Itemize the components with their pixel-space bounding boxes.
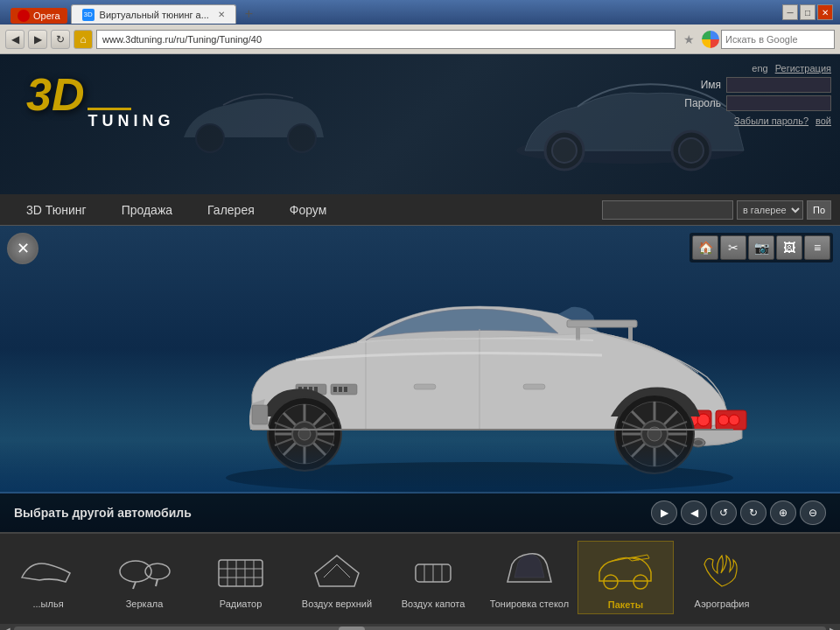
- part-aerography[interactable]: Аэрография: [674, 541, 770, 612]
- active-tab[interactable]: 3D Виртуальный тюнинг а... ✕: [71, 4, 236, 24]
- scroll-track[interactable]: [14, 626, 826, 630]
- part-icon-pakety: [591, 545, 661, 598]
- part-label-zerkala: Зеркала: [126, 598, 164, 609]
- tab-favicon: 3D: [82, 9, 94, 21]
- part-vozduh-kapot[interactable]: Воздух капота: [385, 541, 481, 612]
- part-pakety[interactable]: Пакеты: [578, 541, 674, 614]
- password-row: Пароль: [682, 95, 831, 111]
- part-tonirovka[interactable]: Тонировка стекол: [481, 541, 578, 612]
- svg-point-67: [604, 575, 618, 589]
- site-navigation: 3D Тюнинг Продажа Галерея Форум в галере…: [0, 194, 840, 226]
- nav-forum[interactable]: Форум: [272, 196, 345, 224]
- window-controls: ─ □ ✕: [782, 4, 833, 20]
- image-toolbar-btn[interactable]: 🖼: [776, 235, 802, 260]
- view-btn-play[interactable]: ▶: [651, 500, 677, 525]
- title-bar: Opera 3D Виртуальный тюнинг а... ✕ + ─ □…: [0, 0, 840, 24]
- language-indicator: eng: [752, 63, 767, 74]
- opera-tab[interactable]: Opera: [10, 8, 67, 24]
- website-content: 3D TUNING eng Регистрация Имя Пароль: [0, 54, 840, 630]
- bottom-bar: Выбрать другой автомобиль ▶ ◀ ↺ ↻ ⊕ ⊖: [0, 494, 840, 532]
- svg-rect-50: [523, 384, 545, 389]
- part-label-radiator: Радиатор: [220, 598, 262, 609]
- choose-car-text[interactable]: Выбрать другой автомобиль: [14, 506, 192, 520]
- svg-point-52: [120, 561, 151, 582]
- view-controls: ▶ ◀ ↺ ↻ ⊕ ⊖: [651, 500, 826, 525]
- scroll-right-button[interactable]: ▶: [830, 626, 836, 631]
- reload-button[interactable]: ↻: [51, 30, 70, 49]
- bookmark-star[interactable]: ★: [679, 30, 698, 49]
- view-btn-rotate-right[interactable]: ↻: [740, 500, 766, 525]
- part-icon-vozduh-verh: [302, 544, 372, 597]
- svg-point-6: [288, 124, 316, 152]
- svg-rect-51: [252, 405, 268, 424]
- svg-rect-16: [344, 387, 347, 392]
- new-tab-button[interactable]: +: [236, 4, 262, 24]
- logo-3d: 3D: [26, 72, 84, 117]
- tuning-area: ✕ 🏠 ✂ 📷 🖼 ≡: [0, 226, 840, 532]
- part-icon-tonirovka: [494, 544, 564, 597]
- nav-prodazha[interactable]: Продажа: [104, 196, 190, 224]
- svg-point-4: [679, 138, 704, 163]
- svg-point-25: [718, 415, 729, 425]
- address-bar[interactable]: www.3dtuning.ru/ru/Tuning/Tuning/40: [96, 30, 676, 49]
- view-btn-zoom-in[interactable]: ⊕: [770, 500, 796, 525]
- nav-search-button[interactable]: По: [807, 200, 831, 220]
- close-icon-area: ✕: [7, 233, 38, 264]
- nav-search-input[interactable]: [602, 200, 733, 220]
- opera-favicon: [18, 10, 30, 22]
- register-link[interactable]: Регистрация: [775, 63, 831, 74]
- close-button[interactable]: ✕: [7, 233, 38, 264]
- part-zerkala[interactable]: Зеркала: [96, 541, 192, 612]
- part-icon-krylia: [13, 544, 83, 597]
- scroll-left-button[interactable]: ◀: [4, 626, 10, 631]
- forgot-password-link[interactable]: Забыли пароль?: [734, 116, 808, 126]
- nav-3d-tuning[interactable]: 3D Тюнинг: [9, 196, 104, 224]
- part-icon-aerography: [687, 544, 757, 597]
- nav-search-select[interactable]: в галерее: [737, 200, 803, 220]
- part-label-krylia: ...ылья: [32, 598, 63, 609]
- svg-point-5: [196, 124, 224, 152]
- svg-point-54: [145, 564, 170, 579]
- logo-tuning: TUNING: [88, 112, 174, 130]
- part-label-vozduh-verh: Воздух верхний: [302, 598, 372, 609]
- close-button[interactable]: ✕: [817, 4, 833, 20]
- view-btn-back[interactable]: ◀: [681, 500, 707, 525]
- tab-title: Виртуальный тюнинг а...: [100, 10, 209, 20]
- password-input[interactable]: [726, 95, 831, 111]
- tab-close[interactable]: ✕: [218, 10, 225, 19]
- parts-gallery: ...ылья Зеркала: [0, 532, 840, 624]
- part-icon-vozduh-kapot: [398, 544, 468, 597]
- part-radiator[interactable]: Радиатор: [192, 541, 289, 612]
- site-header: 3D TUNING eng Регистрация Имя Пароль: [0, 54, 840, 194]
- home-button[interactable]: ⌂: [74, 30, 93, 49]
- scroll-thumb[interactable]: [339, 626, 365, 630]
- svg-rect-14: [333, 387, 337, 392]
- part-label-aerography: Аэрография: [695, 598, 750, 609]
- nav-gallery[interactable]: Галерея: [190, 196, 272, 224]
- minimize-button[interactable]: ─: [782, 4, 798, 20]
- svg-rect-18: [576, 327, 580, 340]
- view-btn-zoom-out[interactable]: ⊖: [800, 500, 826, 525]
- part-vozduh-verh[interactable]: Воздух верхний: [289, 541, 385, 612]
- nav-search-area: в галерее По: [602, 200, 831, 220]
- login-form: Имя Пароль Забыли пароль? вой: [682, 77, 831, 126]
- svg-rect-19: [628, 327, 633, 340]
- back-button[interactable]: ◀: [5, 30, 24, 49]
- svg-rect-56: [219, 560, 262, 586]
- url-text: www.3dtuning.ru/ru/Tuning/Tuning/40: [102, 34, 262, 45]
- part-label-pakety: Пакеты: [608, 599, 643, 610]
- login-button[interactable]: вой: [816, 116, 831, 126]
- view-btn-rotate-left[interactable]: ↺: [710, 500, 737, 525]
- header-car-left: [175, 72, 332, 159]
- part-krylia[interactable]: ...ылья: [0, 541, 96, 612]
- header-right: eng Регистрация Имя Пароль Забыли пароль…: [682, 63, 831, 126]
- search-input[interactable]: [721, 30, 835, 49]
- google-logo: [702, 31, 719, 48]
- maximize-button[interactable]: □: [800, 4, 816, 20]
- svg-point-2: [552, 138, 577, 163]
- svg-rect-15: [339, 387, 342, 392]
- menu-toolbar-btn[interactable]: ≡: [804, 235, 830, 260]
- name-input[interactable]: [726, 77, 831, 93]
- horizontal-scrollbar: ◀ ▶: [0, 624, 840, 630]
- forward-button[interactable]: ▶: [28, 30, 47, 49]
